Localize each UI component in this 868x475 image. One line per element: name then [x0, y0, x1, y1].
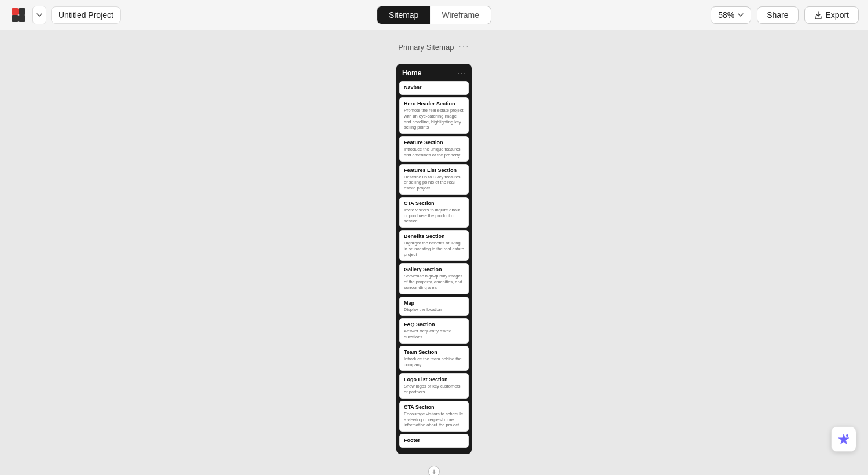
home-card[interactable]: Home ··· NavbarHero Header SectionPromot…	[396, 64, 472, 454]
section-desc: Invite visitors to inquire about or purc…	[404, 207, 464, 224]
section-name: Feature Section	[404, 140, 464, 145]
section-desc: Promote the real estate project with an …	[404, 108, 464, 130]
section-name: CTA Section	[404, 404, 464, 410]
svg-rect-2	[12, 15, 19, 22]
project-name-button[interactable]: Untitled Project	[51, 6, 121, 24]
section-item[interactable]: Features List SectionDescribe up to 3 ke…	[399, 164, 469, 195]
export-button[interactable]: Export	[804, 6, 859, 24]
section-name: CTA Section	[404, 200, 464, 206]
home-card-header: Home ···	[396, 64, 472, 81]
section-item[interactable]: CTA SectionInvite visitors to inquire ab…	[399, 197, 469, 228]
section-item[interactable]: Navbar	[399, 81, 469, 95]
section-item[interactable]: FAQ SectionAnswer frequently asked quest…	[399, 318, 469, 344]
section-item[interactable]: Benefits SectionHighlight the benefits o…	[399, 230, 469, 261]
canvas: Primary Sitemap ··· Home ··· NavbarHero …	[0, 30, 868, 475]
svg-rect-0	[12, 8, 19, 15]
section-item[interactable]: Hero Header SectionPromote the real esta…	[399, 97, 469, 134]
section-item[interactable]: Logo List SectionShow logos of key custo…	[399, 373, 469, 399]
section-desc: Introduce the team behind the company	[404, 356, 464, 368]
header-left: Untitled Project	[9, 6, 121, 24]
section-name: Hero Header Section	[404, 101, 464, 107]
section-desc: Introduce the unique features and amenit…	[404, 147, 464, 158]
ai-assistant-button[interactable]	[831, 426, 856, 452]
home-card-options-button[interactable]: ···	[457, 68, 466, 78]
zoom-value: 58%	[718, 10, 734, 20]
add-line-left	[366, 472, 424, 472]
add-page-button[interactable]: +	[428, 466, 440, 475]
section-desc: Encourage visitors to schedule a viewing…	[404, 411, 464, 428]
section-name: Features List Section	[404, 167, 464, 173]
section-item[interactable]: MapDisplay the location	[399, 297, 469, 316]
header: Untitled Project Sitemap Wireframe 58% S…	[0, 0, 868, 30]
section-desc: Display the location	[404, 307, 464, 313]
sitemap-line-left	[347, 47, 393, 48]
section-desc: Highlight the benefits of living in or i…	[404, 240, 464, 257]
section-name: Benefits Section	[404, 233, 464, 239]
sections-list: NavbarHero Header SectionPromote the rea…	[399, 81, 469, 451]
bottom-add-row: +	[366, 466, 502, 475]
section-name: Navbar	[404, 85, 464, 90]
svg-rect-3	[19, 15, 25, 22]
section-item[interactable]: Feature SectionIntroduce the unique feat…	[399, 136, 469, 162]
section-name: FAQ Section	[404, 321, 464, 327]
section-name: Footer	[404, 437, 464, 443]
section-desc: Describe up to 3 key features or selling…	[404, 174, 464, 191]
zoom-button[interactable]: 58%	[711, 6, 751, 24]
app-logo	[9, 6, 28, 24]
header-center: Sitemap Wireframe	[377, 6, 491, 24]
section-desc: Answer frequently asked questions	[404, 328, 464, 340]
svg-point-4	[846, 434, 848, 437]
section-name: Logo List Section	[404, 377, 464, 382]
sitemap-label: Primary Sitemap	[398, 43, 454, 52]
section-item[interactable]: Team SectionIntroduce the team behind th…	[399, 346, 469, 371]
export-label: Export	[826, 10, 849, 20]
add-line-right	[444, 472, 502, 472]
sitemap-label-row: Primary Sitemap ···	[347, 42, 520, 52]
tab-sitemap[interactable]: Sitemap	[377, 6, 430, 24]
sitemap-options-button[interactable]: ···	[458, 42, 469, 52]
section-name: Map	[404, 300, 464, 306]
logo-dropdown-button[interactable]	[32, 6, 46, 24]
section-item[interactable]: CTA SectionEncourage visitors to schedul…	[399, 401, 469, 432]
share-button[interactable]: Share	[757, 6, 798, 24]
section-name: Gallery Section	[404, 266, 464, 272]
section-item[interactable]: Footer	[399, 434, 469, 448]
tab-wireframe[interactable]: Wireframe	[430, 6, 491, 24]
sitemap-line-right	[475, 47, 521, 48]
section-item[interactable]: Gallery SectionShowcase high-quality ima…	[399, 263, 469, 294]
header-right: 58% Share Export	[711, 6, 859, 24]
section-desc: Showcase high-quality images of the prop…	[404, 273, 464, 290]
section-name: Team Section	[404, 349, 464, 355]
section-desc: Show logos of key customers or partners	[404, 383, 464, 395]
home-title: Home	[402, 69, 421, 77]
tab-group: Sitemap Wireframe	[377, 6, 491, 24]
svg-rect-1	[19, 8, 25, 15]
